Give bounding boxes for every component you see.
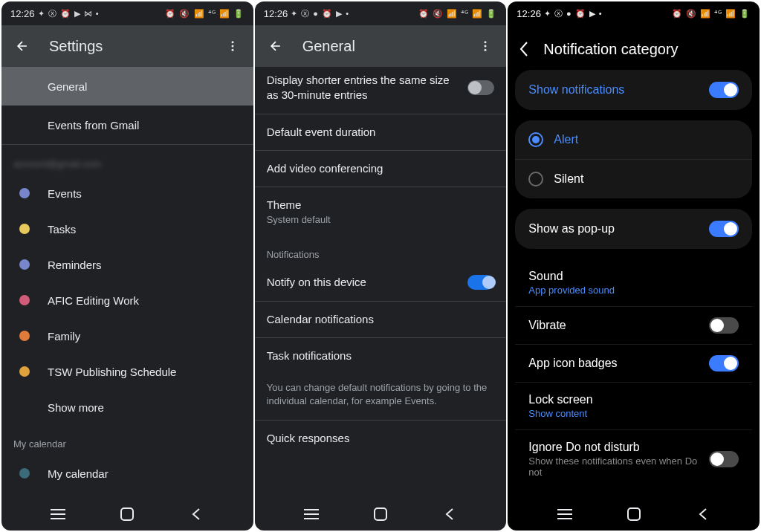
nav-back[interactable] [181,499,211,529]
notification-category-screen: 12:26 ✦ ⓧ ● ⏰ ▶ • ⏰ 🔇 📶 ⁴ᴳ 📶 🔋 Notificat… [508,1,760,531]
nav-recents[interactable] [550,499,580,529]
nav-back[interactable] [435,499,464,529]
svg-point-7 [485,41,487,43]
calendar-item[interactable]: Family [1,318,253,354]
setting-show-notifications[interactable]: Show notifications [515,70,752,110]
status-time: 12:26 [10,8,35,19]
setting-sound[interactable]: Sound App provided sound [515,259,752,307]
setting-app-icon-badges[interactable]: App icon badges [515,345,752,383]
nav-bar [508,498,760,531]
calendar-item[interactable]: Events [1,175,253,211]
status-system-icons: ⏰ 🔇 📶 ⁴ᴳ 📶 🔋 [672,9,751,19]
calendar-color-dot [19,366,30,377]
toggle-vibrate[interactable] [709,317,739,334]
toggle-dnd[interactable] [709,451,739,467]
status-notification-icons: ✦ ⓧ ⏰ ▶ ⋈ • [38,8,100,19]
calendar-color-dot [19,188,30,198]
nav-home[interactable] [366,499,395,529]
back-button[interactable] [261,31,291,61]
calendar-color-dot [19,331,30,341]
svg-rect-6 [121,508,133,520]
radio-silent[interactable]: Silent [515,159,752,198]
svg-point-9 [485,49,487,51]
overflow-menu-button[interactable] [218,31,247,61]
toggle-display-shorter[interactable] [467,80,494,95]
calendar-item[interactable]: Reminders [1,247,253,282]
setting-ignore-dnd[interactable]: Ignore Do not disturb Show these notific… [515,430,752,488]
settings-screen: 12:26 ✦ ⓧ ⏰ ▶ ⋈ • ⏰ 🔇 📶 ⁴ᴳ 📶 🔋 Settings … [1,1,253,531]
setting-calendar-notifications[interactable]: Calendar notifications [255,302,507,337]
setting-display-shorter-entries[interactable]: Display shorter entries the same size as… [255,62,507,114]
popup-card: Show as pop-up [515,209,752,249]
calendar-item[interactable]: Tasks [1,211,253,247]
notifications-help-text: You can change default notifications by … [255,374,507,420]
list-item-general[interactable]: General [1,67,253,106]
status-bar: 12:26 ✦ ⓧ ● ⏰ ▶ • ⏰ 🔇 📶 ⁴ᴳ 📶 🔋 [508,1,760,25]
back-button[interactable] [7,31,37,61]
status-bar: 12:26 ✦ ⓧ ⏰ ▶ ⋈ • ⏰ 🔇 📶 ⁴ᴳ 📶 🔋 [1,1,253,25]
nav-recents[interactable] [43,499,73,529]
toggle-badges[interactable] [709,355,739,372]
status-system-icons: ⏰ 🔇 📶 ⁴ᴳ 📶 🔋 [418,9,497,19]
svg-point-1 [231,45,233,48]
toggle-popup[interactable] [709,221,739,237]
setting-show-as-popup[interactable]: Show as pop-up [515,209,752,249]
status-time: 12:26 [516,8,541,19]
radio-alert[interactable]: Alert [515,120,752,159]
setting-theme[interactable]: Theme System default [255,187,507,236]
radio-icon [528,172,543,186]
app-bar: General [255,25,507,67]
status-system-icons: ⏰ 🔇 📶 ⁴ᴳ 📶 🔋 [165,9,244,19]
settings-list: General Events from Gmail account@gmail.… [1,67,253,498]
overflow-menu-button[interactable] [470,31,500,61]
page-title: Notification category [543,41,678,58]
my-calendar-header: My calendar [1,425,253,455]
app-bar: Settings [1,25,253,67]
setting-default-event-duration[interactable]: Default event duration [255,114,507,150]
nav-home[interactable] [112,499,142,529]
back-button[interactable] [515,40,533,58]
status-bar: 12:26 ✦ ⓧ ● ⏰ ▶ • ⏰ 🔇 📶 ⁴ᴳ 📶 🔋 [255,1,507,25]
calendar-item[interactable]: TSW Publishing Schedule [1,354,253,389]
calendar-color-dot [19,468,30,479]
setting-quick-responses[interactable]: Quick responses [255,421,507,456]
calendar-color-dot [19,295,30,305]
svg-rect-17 [628,508,640,520]
setting-vibrate[interactable]: Vibrate [515,307,752,345]
calendar-color-dot [19,224,30,234]
toggle-show-notifications[interactable] [709,82,739,98]
status-notification-icons: ✦ ⓧ ● ⏰ ▶ • [291,8,349,19]
nav-recents[interactable] [297,499,326,529]
calendar-item-my-calendar[interactable]: My calendar [1,455,253,491]
notification-settings: Show notifications Alert Silent Show as … [508,70,760,498]
svg-point-2 [231,49,233,51]
account-header: account@gmail.com [1,145,253,175]
toggle-notify-on-device[interactable] [467,275,494,290]
nav-bar [1,498,253,531]
section-notifications: Notifications [255,236,507,265]
page-title: Settings [49,38,206,55]
setting-notify-on-device[interactable]: Notify on this device [255,265,507,300]
calendar-color-dot [19,259,30,270]
app-bar: Notification category [508,25,760,70]
svg-point-0 [231,41,233,43]
calendar-item[interactable]: Show more [1,389,253,425]
list-item-events-from-gmail[interactable]: Events from Gmail [1,106,253,144]
svg-rect-13 [375,508,386,520]
page-title: General [302,38,459,55]
nav-bar [255,498,507,531]
radio-icon [528,132,543,147]
svg-point-8 [485,45,487,48]
setting-task-notifications[interactable]: Task notifications [255,338,507,374]
nav-home[interactable] [619,499,649,529]
general-settings-list: Display shorter entries the same size as… [255,62,507,498]
calendar-item[interactable]: AFIC Editing Work [1,282,253,318]
show-notifications-card: Show notifications [515,70,752,110]
general-screen: 12:26 ✦ ⓧ ● ⏰ ▶ • ⏰ 🔇 📶 ⁴ᴳ 📶 🔋 General D… [255,1,507,531]
nav-back[interactable] [688,499,718,529]
status-time: 12:26 [264,8,288,19]
setting-lock-screen[interactable]: Lock screen Show content [515,383,752,430]
status-notification-icons: ✦ ⓧ ● ⏰ ▶ • [544,8,603,19]
setting-add-video-conferencing[interactable]: Add video conferencing [255,151,507,186]
alert-mode-card: Alert Silent [515,120,752,198]
